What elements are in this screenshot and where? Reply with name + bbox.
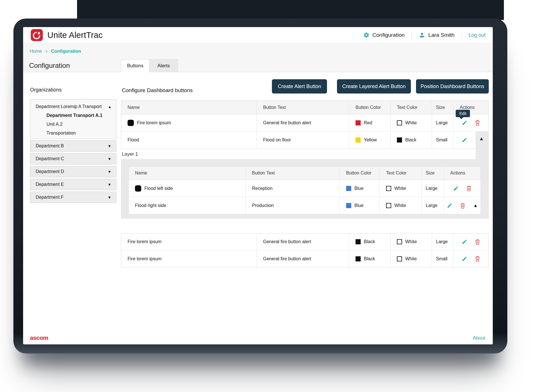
cell-text: White [394,203,406,208]
breadcrumb: Home > Configuration [30,49,81,54]
cell-button-text: General fire button alert [257,233,349,250]
color-swatch [356,239,361,244]
cell-button-color: Yellow [349,131,391,149]
cell-size: Large [432,233,453,250]
cell-text: White [405,239,417,244]
breadcrumb-home[interactable]: Home [30,49,42,54]
org-group-label: Department C [36,156,64,161]
org-group-a-header[interactable]: Department Loremip A Transport ▲ [36,104,112,109]
edit-icon[interactable] [447,203,453,208]
org-group-department-d[interactable]: Department D ▼ [30,166,116,177]
cell-actions: ▲ [444,197,480,214]
ascom-logo: ascom [30,334,48,341]
cell-name: Fire lorem ipsum [121,114,257,131]
gear-icon [363,32,370,38]
about-link[interactable]: About [473,335,485,341]
org-item-department-transport-a1[interactable]: Department Transport A.1 [47,113,116,118]
cell-text: Black [364,256,375,261]
column-header-name: Name [129,166,246,180]
cell-text-color: White [380,180,422,197]
color-swatch [397,137,402,143]
app-title: Unite AlertTrac [47,31,103,40]
collapse-row-icon[interactable]: ▲ [473,203,478,208]
column-header-size: Size [422,166,444,180]
tablet-frame: Unite AlertTrac Configuration Lara Smith… [13,19,507,354]
cell-size: Small [432,131,453,149]
dashboard-buttons-table-continued: Fire lorem ipsum General fire button ale… [121,233,489,267]
org-group-department-e[interactable]: Department E ▼ [30,179,116,190]
column-header-button-text: Button Text [246,166,340,180]
cell-text: Flood on floor [263,137,291,143]
cell-text: White [405,256,417,261]
position-dashboard-buttons-button[interactable]: Position Dashboard Buttons [416,79,489,94]
color-swatch [356,256,361,261]
org-group-department-b[interactable]: Department B ▼ [30,140,116,152]
nav-configuration[interactable]: Configuration [363,32,405,38]
cell-button-text: General fire button alert [257,114,349,131]
organizations-heading: Organizations [30,87,62,93]
cell-text: Flood [128,137,139,143]
cell-size: Large [422,180,444,197]
tab-alerts[interactable]: Alerts [150,59,178,72]
cell-actions [453,233,488,250]
color-swatch [346,186,351,191]
create-alert-button[interactable]: Create Alert Button [272,79,327,94]
collapse-layer-icon[interactable]: ▲ [479,136,484,142]
cell-text: Small [436,256,447,261]
color-swatch [356,137,361,143]
org-item-transportation[interactable]: Transportation [47,131,116,136]
org-group-department-c[interactable]: Department C ▼ [30,153,116,164]
color-swatch [386,186,391,191]
cell-name: Flood right side [129,197,246,214]
cell-text: White [405,120,417,125]
divider [411,31,412,39]
org-item-unit-a2[interactable]: Unit A.2 [47,122,116,127]
cell-text: Large [436,239,448,244]
delete-icon[interactable] [466,185,472,191]
column-header-text-color: Text Color [391,101,432,114]
cell-text: White [394,186,406,191]
cell-text: General fire button alert [263,120,311,125]
chevron-down-icon: ▼ [108,144,111,148]
cell-text: General fire button alert [263,239,311,244]
edit-icon[interactable] [462,256,467,262]
layer-panel: Name Button Text Button Color Text Color… [121,159,489,219]
user-menu[interactable]: Lara Smith [419,32,455,38]
color-swatch [397,120,402,125]
cell-text-color: White [391,233,432,250]
app-window: Unite AlertTrac Configuration Lara Smith… [23,27,493,344]
color-swatch [356,120,361,125]
edit-icon[interactable] [462,137,467,143]
device-top-bezel [77,0,504,20]
create-layered-alert-button[interactable]: Create Layered Alert Button [337,79,411,94]
dashboard-buttons-table: Name Button Text Button Color Text Color… [121,100,489,149]
edit-icon[interactable] [462,239,467,245]
tab-buttons[interactable]: Buttons [121,59,150,72]
cell-text: Blue [354,203,364,208]
chevron-up-icon[interactable]: ▲ [108,105,112,109]
delete-icon[interactable] [475,256,480,262]
logout-link[interactable]: Log out [469,32,486,38]
column-header-button-text: Button Text [257,101,349,114]
cell-text: Large [426,186,437,191]
page-title: Configuration [29,62,70,70]
cell-text: Fire lorem ipsum [128,256,161,261]
edit-tooltip: Edit [456,110,470,117]
top-navigation: Configuration Lara Smith Log out [363,31,486,39]
org-group-department-f[interactable]: Department F ▼ [30,192,116,203]
delete-icon[interactable] [475,239,480,245]
column-header-button-color: Button Color [340,166,380,180]
cell-name: Fire lorem ipsum [121,233,257,250]
cell-text-color: White [391,250,432,267]
column-header-size: Size [432,101,453,114]
delete-icon[interactable] [475,120,480,126]
breadcrumb-separator: > [45,49,48,54]
tab-bar: Buttons Alerts [121,59,178,72]
column-header-name: Name [121,101,257,114]
cell-text: Black [364,239,375,244]
cell-text: Large [426,203,437,208]
delete-icon[interactable] [460,203,465,209]
edit-icon[interactable] [462,120,467,126]
column-header-button-color: Button Color [349,101,391,114]
edit-icon[interactable] [453,186,459,191]
